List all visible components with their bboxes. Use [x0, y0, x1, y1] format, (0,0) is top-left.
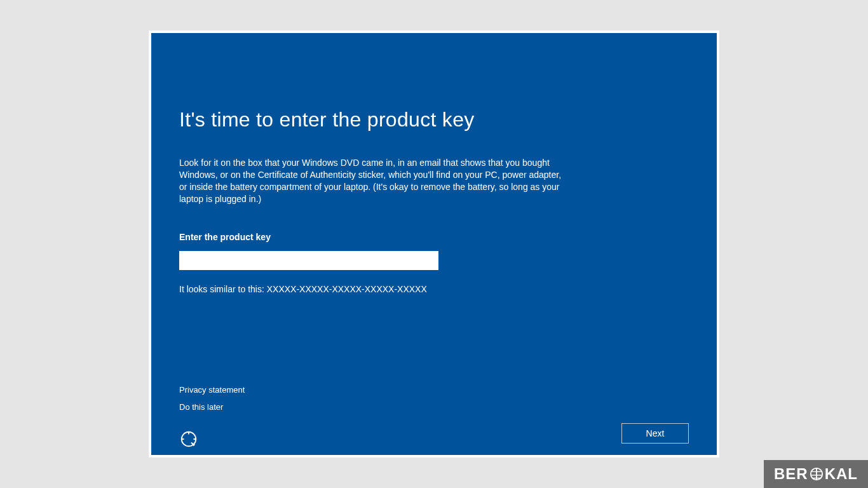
watermark-glyph-icon	[810, 467, 824, 481]
do-this-later-link[interactable]: Do this later	[179, 402, 245, 412]
watermark-logo: BER KAL	[764, 460, 868, 488]
bottom-links: Privacy statement Do this later	[179, 385, 245, 419]
next-button[interactable]: Next	[621, 423, 689, 444]
ease-of-access-icon[interactable]	[179, 430, 198, 449]
description-text: Look for it on the box that your Windows…	[179, 157, 567, 205]
page-title: It's time to enter the product key	[179, 108, 689, 132]
product-key-hint: It looks similar to this: XXXXX-XXXXX-XX…	[179, 284, 689, 294]
watermark-suffix: KAL	[825, 465, 858, 483]
product-key-input[interactable]	[179, 251, 438, 270]
watermark-prefix: BER	[774, 465, 808, 483]
product-key-label: Enter the product key	[179, 232, 689, 242]
product-key-window: It's time to enter the product key Look …	[149, 30, 719, 458]
privacy-statement-link[interactable]: Privacy statement	[179, 385, 245, 395]
